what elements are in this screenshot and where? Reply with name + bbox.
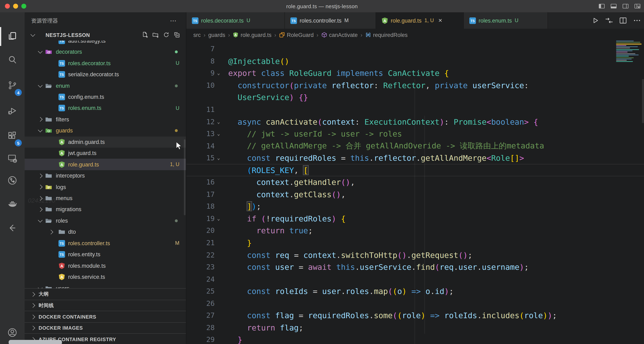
fold-chevron-icon[interactable]: ⌄ — [215, 216, 222, 221]
activity-item-source-control[interactable]: 4 — [0, 75, 25, 97]
code-line-27[interactable]: 27 const flag = requiredRoles.some((role… — [186, 309, 644, 322]
tree-item-roles-controller-ts[interactable]: TSroles.controller.tsM — [25, 238, 186, 249]
tab-roles-decorator-ts[interactable]: TSroles.decorator.tsU — [186, 12, 285, 29]
collapse-all-icon[interactable] — [174, 31, 180, 38]
tree-item-roles-enum-ts[interactable]: TSroles.enum.tsU — [25, 102, 186, 114]
tree-item-decorators[interactable]: @decorators — [25, 46, 186, 58]
activity-item-arrow-left[interactable] — [0, 218, 25, 239]
code-text: ]); — [222, 202, 261, 211]
tree-item-filters[interactable]: filters — [25, 114, 186, 125]
tree-item-users[interactable]: users — [25, 283, 186, 288]
layout-customize-icon[interactable] — [634, 3, 641, 9]
tree-item-logs[interactable]: logs — [25, 181, 186, 193]
tree-item-interceptors[interactable]: interceptors — [25, 170, 186, 181]
more-icon[interactable] — [632, 16, 642, 25]
refresh-icon[interactable] — [163, 31, 170, 38]
sidebar-more-actions-icon[interactable]: ⋯ — [170, 17, 177, 24]
tab-roles-controller-ts[interactable]: TSroles.controller.tsM — [285, 12, 376, 29]
split-editor-icon[interactable] — [618, 16, 628, 25]
code-line-8[interactable]: 8@Injectable() — [186, 55, 644, 67]
tree-item-roles-entity-ts[interactable]: TSroles.entity.ts — [25, 249, 186, 260]
code-line-12[interactable]: 12⌄ async canActivate(context: Execution… — [186, 116, 644, 128]
code-line-28[interactable]: 28 return flag; — [186, 322, 644, 334]
code-line-wrap[interactable]: UserService) {} — [186, 91, 644, 103]
activity-item-run-debug[interactable] — [0, 101, 25, 122]
close-icon[interactable]: × — [438, 17, 442, 24]
layout-panel-bottom-icon[interactable] — [610, 3, 617, 9]
code-line-10[interactable]: 10 constructor(private reflector: Reflec… — [186, 79, 644, 91]
breadcrumb-item-canActivate[interactable]: canActivate — [321, 32, 358, 38]
fold-chevron-icon[interactable]: ⌄ — [215, 155, 222, 161]
code-line-23[interactable]: 23 const user = await this.userService.f… — [186, 261, 644, 273]
panel-1[interactable]: 大纲 — [25, 288, 186, 300]
explorer-section-header[interactable]: NESTJS-LESSON — [25, 29, 186, 40]
code-line-13[interactable]: 13⌄ // jwt -> userId -> user -> roles — [186, 128, 644, 140]
tree-item-role-guard-ts[interactable]: Arole.guard.ts1, U — [25, 159, 186, 170]
code-line-24[interactable]: 24 — [186, 273, 644, 285]
tree-item-admin-guard-ts[interactable]: Aadmin.guard.ts — [25, 136, 186, 148]
breadcrumb-item-src[interactable]: src — [193, 32, 201, 38]
activity-item-gitlens[interactable] — [0, 171, 25, 192]
breadcrumb-item-requiredRoles[interactable]: requiredRoles — [365, 32, 408, 38]
tree-item-config-enum-ts[interactable]: TSconfig.enum.ts — [25, 91, 186, 103]
activity-item-extensions[interactable]: 5 — [0, 126, 25, 147]
panel-2[interactable]: 时间线 — [25, 300, 186, 311]
activity-item-search[interactable] — [0, 50, 25, 71]
tree-item-jwt-guard-ts[interactable]: Ajwt.guard.ts — [25, 148, 186, 159]
ts-icon: TS — [58, 60, 65, 67]
tree-item-roles-decorator-ts[interactable]: TSroles.decorator.tsU — [25, 58, 186, 69]
activity-item-files[interactable] — [0, 26, 25, 47]
breadcrumb-item-guards[interactable]: guards — [208, 32, 225, 38]
open-changes-icon[interactable] — [604, 16, 614, 25]
tab-roles-enum-ts[interactable]: TSroles.enum.tsU — [464, 12, 548, 29]
code-area[interactable]: 78@Injectable()9⌄export class RoleGuard … — [186, 41, 644, 344]
code-line-wrap[interactable]: (ROLES_KEY, [ — [186, 164, 644, 176]
tree-item-label: decorators — [56, 49, 82, 55]
code-line-29[interactable]: 29 } — [186, 334, 644, 344]
tree-item-enum[interactable]: enum — [25, 80, 186, 91]
code-line-7[interactable]: 7 — [186, 43, 644, 55]
panel-4[interactable]: DOCKER IMAGES — [25, 322, 186, 334]
activity-item-docker[interactable] — [0, 194, 25, 216]
code-line-9[interactable]: 9⌄export class RoleGuard implements CanA… — [186, 67, 644, 79]
layout-sidebar-left-icon[interactable] — [598, 3, 605, 9]
code-line-17[interactable]: 17 context.getClass(), — [186, 188, 644, 200]
breadcrumb-item-RoleGuard[interactable]: RoleGuard — [279, 32, 314, 38]
code-line-22[interactable]: 22 const req = context.switchToHttp().ge… — [186, 249, 644, 261]
code-line-19[interactable]: 19⌄ if (!requiredRoles) { — [186, 212, 644, 225]
tree-item-auth-strategy-ts[interactable]: TSauth.strategy.ts — [25, 40, 186, 46]
fold-chevron-icon[interactable]: ⌄ — [215, 70, 222, 76]
git-status-dot — [175, 219, 178, 222]
ts-icon: TS — [58, 251, 65, 258]
fold-chevron-icon[interactable]: ⌄ — [215, 131, 222, 137]
code-line-21[interactable]: 21 } — [186, 237, 644, 249]
panel-3[interactable]: DOCKER CONTAINERS — [25, 311, 186, 323]
tree-item-migrations[interactable]: migrations — [25, 204, 186, 215]
tree-item-roles-module-ts[interactable]: Aroles.module.ts — [25, 260, 186, 272]
git-status-badge: M — [175, 241, 179, 246]
code-line-15[interactable]: 15⌄ const requiredRoles = this.reflector… — [186, 152, 644, 164]
tree-item-roles[interactable]: roles — [25, 215, 186, 226]
tree-item-roles-service-ts[interactable]: Aroles.service.ts — [25, 272, 186, 283]
tree-item-serialize-decorator-ts[interactable]: TSserialize.decorator.ts — [25, 69, 186, 80]
code-line-14[interactable]: 14 // getAllAndMerge -> 合并 getAllAndOver… — [186, 140, 644, 152]
minimap[interactable] — [616, 40, 642, 63]
code-line-26[interactable]: 26 — [186, 297, 644, 309]
run-icon[interactable] — [591, 16, 600, 25]
layout-sidebar-right-icon[interactable] — [622, 3, 629, 9]
editor-scrollbar[interactable] — [642, 79, 644, 123]
code-line-18[interactable]: 18 ]); — [186, 200, 644, 212]
breadcrumb-item-role-guard-ts[interactable]: Arole.guard.ts — [233, 32, 272, 38]
tree-item-guards[interactable]: guards — [25, 125, 186, 136]
tab-role-guard-ts[interactable]: Arole.guard.ts1, U× — [376, 12, 464, 29]
code-line-25[interactable]: 25 const roleIds = user.roles.map((o) =>… — [186, 285, 644, 297]
new-file-icon[interactable] — [142, 31, 148, 38]
code-line-16[interactable]: 16 context.getHandler(), — [186, 176, 644, 188]
new-folder-icon[interactable] — [152, 31, 159, 38]
fold-chevron-icon[interactable]: ⌄ — [215, 119, 222, 124]
code-line-11[interactable]: 11 — [186, 103, 644, 115]
sidebar-scrollbar[interactable] — [184, 139, 186, 215]
code-line-20[interactable]: 20 return true; — [186, 225, 644, 237]
activity-item-remote-explorer[interactable] — [0, 148, 25, 170]
tree-item-dto[interactable]: dto — [25, 226, 186, 238]
